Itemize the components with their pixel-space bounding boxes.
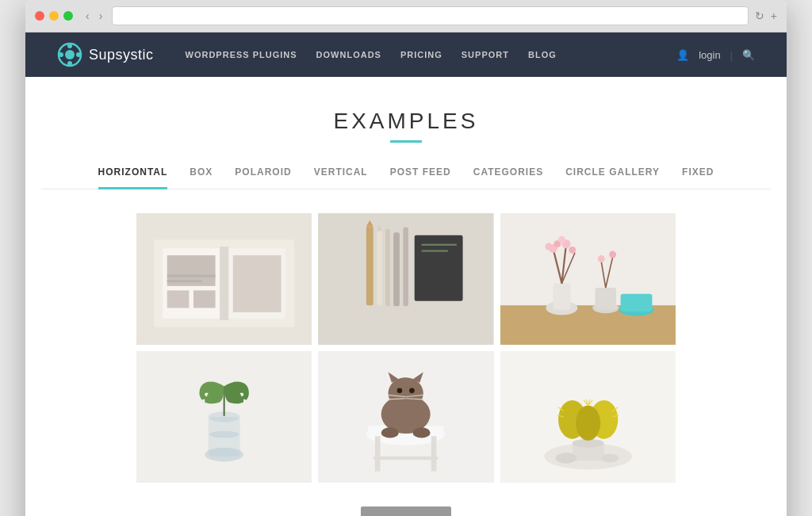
tab-circle-gallery[interactable]: CIRCLE GALLERY [565, 166, 660, 189]
navigation-arrows: ‹ › [82, 8, 105, 24]
svg-point-4 [59, 52, 63, 57]
svg-rect-72 [373, 457, 439, 460]
login-link[interactable]: login [699, 49, 720, 61]
gallery-image-5 [318, 351, 493, 483]
svg-point-40 [545, 243, 552, 250]
tab-post-feed[interactable]: POST FEED [390, 166, 451, 189]
refresh-icon[interactable]: ↻ [755, 10, 764, 22]
svg-point-71 [413, 427, 431, 438]
svg-point-2 [67, 44, 72, 48]
tab-box[interactable]: BOX [190, 166, 213, 189]
svg-rect-59 [431, 436, 437, 471]
svg-point-48 [609, 251, 616, 258]
gallery-image-1 [136, 213, 312, 345]
browser-window: ‹ › ↻ + Supsystic WOR [25, 0, 787, 516]
svg-point-47 [597, 255, 604, 262]
gallery-image-3 [500, 213, 676, 345]
gallery-item[interactable] [136, 213, 312, 345]
svg-rect-21 [366, 227, 373, 306]
svg-rect-12 [167, 290, 190, 308]
svg-rect-15 [167, 274, 216, 277]
gallery-item[interactable] [318, 213, 493, 345]
svg-point-78 [601, 453, 619, 462]
svg-point-64 [397, 388, 403, 393]
gallery-item[interactable] [500, 351, 676, 483]
minimize-button[interactable] [49, 11, 59, 21]
svg-rect-10 [220, 247, 228, 320]
close-button[interactable] [35, 11, 44, 21]
menu-item-wordpress-plugins[interactable]: WORDPRESS PLUGINS [186, 50, 297, 59]
main-menu: WORDPRESS PLUGINS DOWNLOADS PRICING SUPP… [186, 50, 677, 59]
traffic-lights [35, 11, 73, 21]
back-button[interactable]: ‹ [82, 8, 93, 24]
site-content: Supsystic WORDPRESS PLUGINS DOWNLOADS PR… [25, 32, 787, 516]
menu-item-downloads[interactable]: DOWNLOADS [316, 50, 381, 59]
forward-button[interactable]: › [96, 8, 106, 24]
load-more-section: Load More [41, 506, 771, 516]
gallery-item[interactable] [318, 351, 493, 483]
browser-chrome: ‹ › ↻ + [25, 0, 787, 32]
gallery-item[interactable] [136, 351, 312, 483]
svg-point-70 [381, 427, 399, 438]
tab-categories[interactable]: CATEGORIES [473, 166, 543, 189]
svg-point-1 [65, 50, 75, 59]
svg-rect-13 [193, 290, 216, 308]
tab-vertical[interactable]: VERTICAL [314, 166, 368, 189]
svg-point-44 [558, 236, 565, 243]
new-tab-icon[interactable]: + [771, 10, 777, 22]
svg-rect-20 [422, 250, 448, 251]
svg-rect-16 [167, 280, 202, 282]
logo-icon [57, 42, 82, 67]
svg-point-77 [555, 453, 576, 463]
menu-item-blog[interactable]: BLOG [528, 50, 557, 59]
menu-item-support[interactable]: SUPPORT [462, 50, 509, 59]
svg-rect-35 [620, 294, 652, 312]
gallery-image-2 [318, 213, 493, 345]
maximize-button[interactable] [63, 11, 73, 21]
svg-point-53 [209, 431, 239, 438]
address-bar[interactable] [112, 6, 748, 25]
svg-rect-25 [404, 227, 409, 307]
svg-point-3 [67, 61, 72, 66]
gallery-grid [136, 213, 676, 483]
nav-right: 👤 login | 🔍 [676, 49, 755, 61]
svg-rect-58 [375, 436, 381, 471]
tab-fixed[interactable]: FIXED [682, 166, 714, 189]
svg-point-65 [409, 388, 415, 393]
svg-rect-19 [422, 244, 457, 246]
search-icon[interactable]: 🔍 [742, 49, 755, 61]
menu-item-pricing[interactable]: PRICING [400, 50, 442, 59]
svg-point-43 [569, 247, 576, 254]
svg-rect-33 [595, 288, 616, 310]
svg-rect-31 [553, 284, 570, 310]
page-title: EXAMPLES [41, 109, 771, 134]
svg-rect-22 [377, 231, 382, 305]
title-underline [390, 140, 422, 143]
logo-link[interactable]: Supsystic [57, 42, 154, 67]
svg-point-61 [389, 377, 423, 409]
svg-rect-14 [233, 255, 282, 312]
tab-polaroid[interactable]: POLAROID [235, 166, 291, 189]
nav-divider: | [730, 49, 733, 61]
user-icon: 👤 [676, 49, 689, 61]
logo-text: Supsystic [89, 47, 154, 63]
browser-actions: ↻ + [755, 10, 777, 22]
gallery-item[interactable] [500, 213, 676, 345]
load-more-button[interactable]: Load More [361, 506, 452, 516]
svg-point-5 [76, 52, 81, 57]
svg-point-81 [576, 406, 600, 441]
page-content: EXAMPLES HORIZONTAL BOX POLAROID VERTICA… [25, 77, 787, 516]
svg-rect-24 [394, 232, 400, 306]
top-navigation: Supsystic WORDPRESS PLUGINS DOWNLOADS PR… [25, 32, 787, 77]
gallery-tabs: HORIZONTAL BOX POLAROID VERTICAL POST FE… [41, 166, 771, 189]
svg-rect-23 [386, 229, 391, 306]
tab-horizontal[interactable]: HORIZONTAL [98, 166, 168, 189]
gallery-image-6 [500, 351, 676, 483]
gallery-image-4 [136, 351, 312, 483]
